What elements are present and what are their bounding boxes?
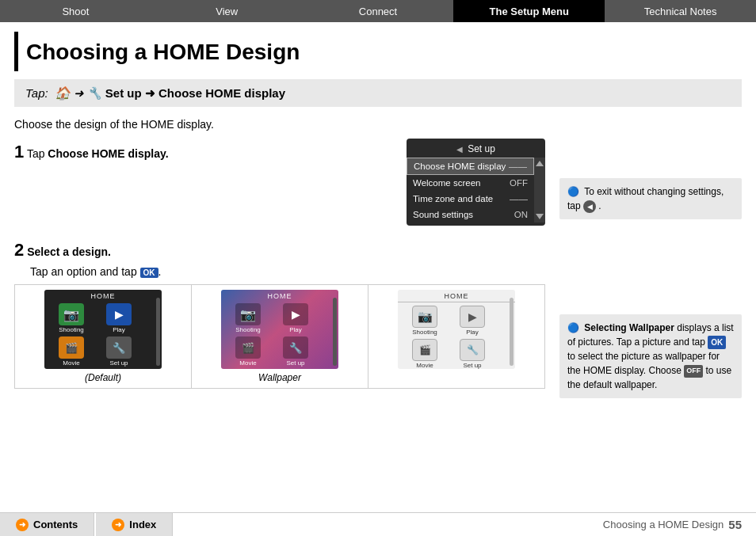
wallpaper-icon-setup: 🔧 Set up [273, 336, 318, 367]
wallpaper-icon-shooting: 📷 Shooting [226, 303, 270, 333]
bottom-bar: ➜ Contents ➜ Index Choosing a HOME Desig… [0, 512, 756, 536]
back-arrow-icon: ◀ [456, 145, 463, 154]
step1-desc: 1 Tap Choose HOME display. [14, 142, 392, 162]
two-column-layout: 1 Tap Choose HOME display. ◀ Set up [14, 139, 742, 406]
note-icon-1: 🔵 [567, 186, 579, 197]
design-option-wallpaper: HOME 📷 Shooting ▶ [192, 285, 368, 388]
design-options-row: HOME 📷 Shooting ▶ [14, 284, 545, 389]
contents-arrow-icon: ➜ [16, 519, 29, 531]
note-icon-2: 🔵 [567, 322, 579, 333]
breadcrumb-arrow1: ➜ [74, 86, 84, 101]
simple-icon-shooting: 📷 Shooting [403, 306, 447, 336]
note2-title: Selecting Wallpaper [584, 322, 674, 333]
intro-text: Choose the design of the HOME display. [14, 118, 742, 131]
home-icon-setup: 🔧 Set up [97, 336, 141, 367]
simple-icon-play: ▶ Play [450, 306, 494, 336]
breadcrumb-path: Set up ➜ Choose HOME display [105, 86, 285, 101]
home-icon-play: ▶ Play [97, 303, 141, 333]
nav-setup-menu[interactable]: The Setup Menu [453, 0, 605, 22]
ok-badge-note: OK [708, 336, 726, 349]
contents-label: Contents [33, 519, 78, 530]
nav-view-label: View [216, 6, 238, 17]
step2-bold: Select a design. [27, 245, 111, 258]
page-context-label: Choosing a HOME Design [603, 519, 724, 530]
default-caption: (Default) [85, 372, 121, 383]
off-badge-note: OFF [684, 365, 703, 378]
nav-shoot-label: Shoot [62, 6, 89, 17]
menu-item-sound: Sound settings ON [407, 207, 534, 222]
simple-icon-setup: 🔧 Set up [450, 339, 494, 369]
step1-bold: Choose HOME display. [48, 147, 168, 160]
home-icon: 🏠 [55, 86, 71, 101]
nav-setup-label: The Setup Menu [490, 6, 569, 17]
step2-area: 2 Select a design. Tap an option and tap… [14, 240, 545, 389]
scroll-bar-wp [333, 298, 337, 366]
nav-shoot[interactable]: Shoot [0, 0, 151, 22]
design-option-simple: HOME 📷 Shooting ▶ [368, 285, 545, 388]
home-screen-simple: HOME 📷 Shooting ▶ [398, 290, 515, 369]
index-label: Index [129, 519, 156, 530]
page-number: 55 [728, 518, 742, 531]
breadcrumb-bar: Tap: 🏠 ➜ 🔧 Set up ➜ Choose HOME display [14, 79, 742, 107]
menu-item-welcome-screen: Welcome screen OFF [407, 175, 534, 191]
step1-row: 1 Tap Choose HOME display. ◀ Set up [14, 139, 545, 226]
step1-label: Tap [27, 147, 48, 160]
left-column: 1 Tap Choose HOME display. ◀ Set up [14, 139, 545, 406]
nav-connect[interactable]: Connect [303, 0, 454, 22]
home-icon-shooting: 📷 Shooting [49, 303, 94, 333]
page-info: Choosing a HOME Design 55 [603, 518, 756, 531]
design-option-default: HOME 📷 Shooting ▶ [15, 285, 192, 388]
scroll-up-icon [536, 161, 544, 166]
back-button-icon: ◀ [583, 200, 596, 213]
camera-ui-mockup: ◀ Set up Choose HOME display —— Welcome … [407, 139, 545, 226]
step2-desc: 2 Select a design. [14, 240, 545, 260]
scroll-down-icon [536, 214, 544, 219]
menu-item-timezone: Time zone and date —— [407, 191, 534, 207]
home-screen-wallpaper: HOME 📷 Shooting ▶ [221, 290, 338, 369]
step2-sub: Tap an option and tap OK. [14, 265, 545, 278]
step1-text: 1 Tap Choose HOME display. [14, 139, 392, 226]
step2-number: 2 [14, 240, 24, 260]
index-button[interactable]: ➜ Index [96, 513, 173, 536]
home-screen-default: HOME 📷 Shooting ▶ [44, 290, 162, 369]
menu-item-choose-home: Choose HOME display —— [407, 158, 534, 175]
scroll-bar-simple [510, 298, 514, 366]
nav-view[interactable]: View [151, 0, 303, 22]
top-navigation: Shoot View Connect The Setup Menu Techni… [0, 0, 756, 22]
camera-ui-title: ◀ Set up [407, 143, 545, 154]
main-content: Choosing a HOME Design Tap: 🏠 ➜ 🔧 Set up… [0, 32, 756, 406]
wrench-icon: 🔧 [87, 86, 102, 101]
wallpaper-icon-play: ▶ Play [273, 303, 318, 333]
step1-number: 1 [14, 142, 24, 162]
note-box-2: 🔵 Selecting Wallpaper displays a list of… [559, 314, 742, 398]
breadcrumb-tap: Tap: [25, 86, 52, 100]
scroll-bar [156, 298, 160, 366]
wallpaper-caption: Wallpaper [258, 372, 301, 383]
home-icon-movie: 🎬 Movie [49, 336, 94, 367]
nav-connect-label: Connect [359, 6, 397, 17]
nav-technical-notes[interactable]: Technical Notes [605, 0, 756, 22]
ok-badge: OK [140, 268, 158, 278]
contents-button[interactable]: ➜ Contents [0, 513, 94, 536]
simple-icon-movie: 🎬 Movie [403, 339, 447, 369]
wallpaper-icon-movie: 🎬 Movie [226, 336, 270, 367]
right-column: 🔵 To exit without changing settings, tap… [559, 139, 742, 406]
page-title: Choosing a HOME Design [14, 32, 742, 71]
nav-technical-label: Technical Notes [644, 6, 717, 17]
index-arrow-icon: ➜ [112, 519, 124, 531]
note-box-1: 🔵 To exit without changing settings, tap… [559, 178, 742, 219]
